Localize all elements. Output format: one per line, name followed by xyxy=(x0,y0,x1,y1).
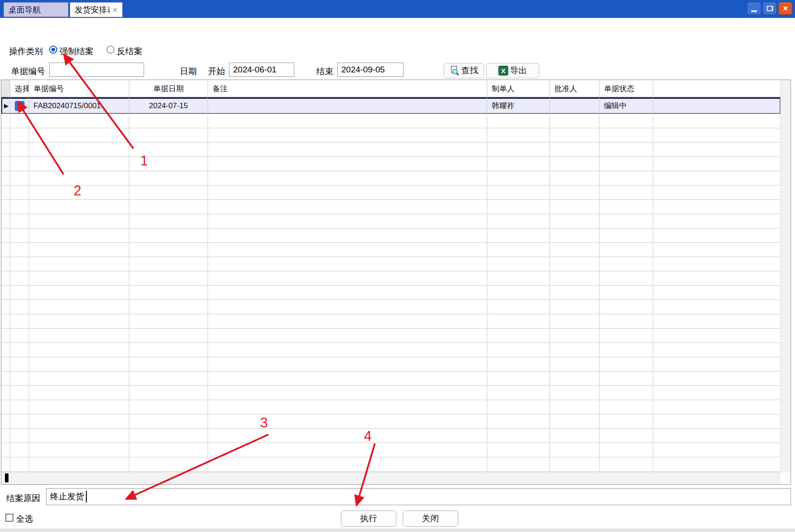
table-cell xyxy=(599,271,653,286)
close-button[interactable]: × xyxy=(778,2,792,15)
col-header-preparer[interactable]: 制单人 xyxy=(487,80,550,98)
table-cell xyxy=(29,186,129,200)
table-cell xyxy=(208,171,487,186)
table-cell xyxy=(550,372,599,386)
table-cell xyxy=(487,286,550,300)
table-cell xyxy=(208,257,487,271)
table-cell xyxy=(487,372,550,386)
table-row-empty xyxy=(1,228,781,243)
table-row-empty xyxy=(1,257,781,271)
row-checkbox-checked[interactable]: ✓ xyxy=(15,101,25,111)
table-cell xyxy=(1,171,10,186)
table-cell xyxy=(1,372,10,386)
table-cell xyxy=(653,414,781,429)
table-cell xyxy=(487,257,550,271)
tab-desktop-navigation[interactable]: 桌面导航 xyxy=(4,2,68,17)
table-cell xyxy=(208,114,487,128)
table-cell xyxy=(208,357,487,372)
col-header-doc-date[interactable]: 单据日期 xyxy=(129,80,208,98)
table-cell xyxy=(29,314,129,329)
force-close-label[interactable]: 强制结案 xyxy=(60,46,94,57)
table-cell xyxy=(129,186,208,200)
table-cell xyxy=(10,243,29,257)
table-row-empty xyxy=(1,200,781,214)
find-icon xyxy=(450,66,459,76)
table-cell xyxy=(129,200,208,214)
doc-date-cell: 2024-07-15 xyxy=(129,98,208,114)
table-row-empty xyxy=(1,243,781,257)
table-cell xyxy=(487,171,550,186)
horizontal-scrollbar-thumb[interactable] xyxy=(5,473,9,482)
col-header-doc-no[interactable]: 单据编号 xyxy=(29,80,129,98)
reverse-close-radio[interactable] xyxy=(106,46,115,54)
table-cell xyxy=(653,128,781,143)
table-cell xyxy=(653,300,781,314)
table-cell xyxy=(29,171,129,186)
find-button[interactable]: 查找 xyxy=(444,63,484,78)
reverse-close-label[interactable]: 反结案 xyxy=(117,46,142,57)
start-date-input[interactable] xyxy=(229,63,294,77)
table-cell xyxy=(10,214,29,228)
table-cell xyxy=(550,343,599,357)
force-close-radio[interactable] xyxy=(49,46,57,54)
table-cell xyxy=(129,286,208,300)
horizontal-scrollbar[interactable] xyxy=(1,472,781,484)
table-row-selected[interactable]: ▶ ✓ FAB20240715/0001 2024-07-15 韩耀祚 编辑中 xyxy=(1,98,781,114)
table-cell xyxy=(1,257,10,271)
table-cell xyxy=(29,414,129,429)
col-header-select[interactable]: 选择 xyxy=(10,80,29,98)
export-button[interactable]: X 导出 xyxy=(486,63,539,78)
table-cell xyxy=(208,329,487,343)
minimize-button[interactable] xyxy=(747,2,761,15)
select-all-label[interactable]: 全选 xyxy=(16,513,33,525)
table-row-empty xyxy=(1,343,781,357)
doc-no-input[interactable] xyxy=(49,63,144,77)
table-cell xyxy=(653,429,781,443)
table-row-empty xyxy=(1,143,781,157)
table-cell xyxy=(599,257,653,271)
table-cell xyxy=(129,457,208,472)
table-cell xyxy=(487,329,550,343)
table-cell xyxy=(599,386,653,400)
table-cell xyxy=(10,257,29,271)
tab-close-icon[interactable]: × xyxy=(112,5,118,14)
row-select-cell[interactable]: ✓ xyxy=(10,98,29,114)
minimize-icon xyxy=(751,10,757,12)
table-cell xyxy=(599,457,653,472)
table-cell xyxy=(599,200,653,214)
table-row-empty xyxy=(1,171,781,186)
documents-table: 选择 单据编号 单据日期 备注 制单人 批准人 单据状态 ▶ ✓ FAB2024… xyxy=(1,80,791,485)
table-cell xyxy=(29,114,129,128)
table-cell xyxy=(653,143,781,157)
col-header-remark[interactable]: 备注 xyxy=(208,80,487,98)
app-window: 桌面导航 发货安排表结... × × 操作类别 强制结案 反结案 单据编号 日期… xyxy=(0,0,795,532)
table-cell xyxy=(129,157,208,171)
execute-button[interactable]: 执行 xyxy=(341,511,396,527)
table-cell xyxy=(208,314,487,329)
table-cell xyxy=(599,343,653,357)
vertical-scrollbar[interactable] xyxy=(780,80,791,473)
table-cell xyxy=(487,357,550,372)
end-date-input[interactable] xyxy=(337,63,404,77)
table-cell xyxy=(129,400,208,414)
table-cell xyxy=(550,228,599,243)
col-header-approver[interactable]: 批准人 xyxy=(550,80,599,98)
table-cell xyxy=(29,128,129,143)
table-row-empty xyxy=(1,271,781,286)
table-cell xyxy=(487,300,550,314)
restore-button[interactable] xyxy=(763,2,777,15)
select-all-checkbox[interactable] xyxy=(5,514,13,522)
tab-shipping-arrangement-close[interactable]: 发货安排表结... × xyxy=(70,2,123,17)
table-cell xyxy=(653,386,781,400)
table-cell xyxy=(550,243,599,257)
table-cell xyxy=(29,271,129,286)
col-header-status[interactable]: 单据状态 xyxy=(599,80,653,98)
close-window-button[interactable]: 关闭 xyxy=(403,511,458,527)
remark-cell xyxy=(208,98,487,114)
close-button-label: 关闭 xyxy=(422,513,439,524)
table-row-empty xyxy=(1,414,781,429)
close-reason-input[interactable] xyxy=(46,488,791,505)
row-indicator-icon: ▶ xyxy=(3,102,9,109)
table-cell xyxy=(1,400,10,414)
table-cell xyxy=(29,300,129,314)
